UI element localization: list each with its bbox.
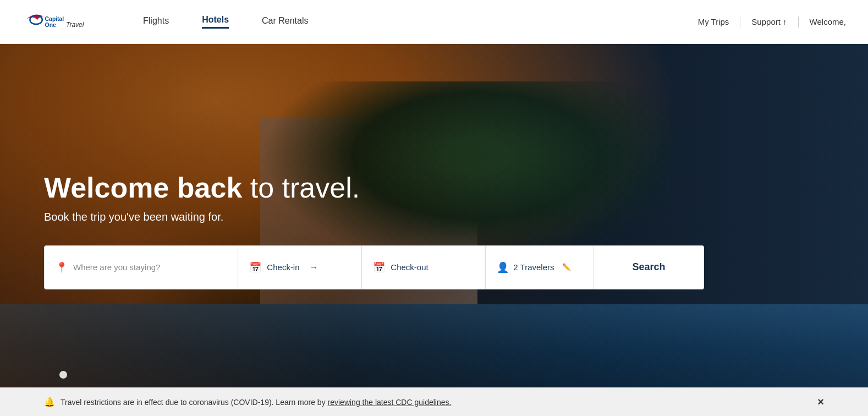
svg-text:One: One (45, 21, 56, 28)
bell-icon: 🔔 (44, 397, 55, 407)
hero-section: Welcome back to travel. Book the trip yo… (0, 44, 868, 416)
cdc-guidelines-link[interactable]: reviewing the latest CDC guidelines. (328, 398, 452, 407)
nav-car-rentals[interactable]: Car Rentals (262, 16, 308, 28)
hero-title: Welcome back to travel. (44, 171, 824, 204)
nav-divider-2 (798, 17, 799, 28)
nav-hotels[interactable]: Hotels (202, 15, 229, 29)
calendar-checkout-icon: 📅 (373, 261, 385, 273)
notification-banner: 🔔 Travel restrictions are in effect due … (0, 387, 868, 416)
carousel-dot[interactable] (59, 371, 67, 379)
notification-text: Travel restrictions are in effect due to… (61, 398, 806, 407)
checkin-field[interactable]: 📅 Check-in → (238, 245, 362, 289)
person-icon: 👤 (497, 261, 509, 273)
nav-flights[interactable]: Flights (143, 16, 169, 28)
nav-divider (740, 17, 740, 28)
hero-subtitle: Book the trip you've been waiting for. (44, 211, 824, 223)
checkin-label: Check-in (267, 262, 299, 272)
travelers-field[interactable]: 👤 2 Travelers ✏️ (486, 245, 594, 289)
checkin-arrow: → (310, 262, 318, 272)
svg-text:Capital: Capital (45, 15, 64, 21)
support-link[interactable]: Support ↑ (751, 17, 787, 26)
logo[interactable]: Capital One Travel (22, 10, 110, 34)
notification-close-button[interactable]: × (817, 396, 824, 408)
search-button[interactable]: Search (594, 245, 704, 289)
calendar-checkin-icon: 📅 (249, 261, 261, 273)
my-trips-link[interactable]: My Trips (698, 17, 729, 26)
main-nav: Flights Hotels Car Rentals (143, 15, 698, 29)
checkout-label: Check-out (391, 262, 428, 272)
welcome-link[interactable]: Welcome, (810, 17, 846, 26)
location-icon: 📍 (56, 261, 68, 273)
edit-icon: ✏️ (562, 263, 571, 271)
search-bar: 📍 Where are you staying? 📅 Check-in → 📅 … (44, 245, 704, 289)
travelers-label: 2 Travelers (513, 262, 554, 272)
location-field[interactable]: 📍 Where are you staying? (44, 245, 238, 289)
header: Capital One Travel Flights Hotels Car Re… (0, 0, 868, 44)
checkout-field[interactable]: 📅 Check-out (362, 245, 486, 289)
hero-content: Welcome back to travel. Book the trip yo… (0, 44, 868, 416)
svg-text:Travel: Travel (66, 20, 84, 28)
nav-right: My Trips Support ↑ Welcome, (698, 17, 846, 28)
location-placeholder: Where are you staying? (73, 262, 160, 272)
